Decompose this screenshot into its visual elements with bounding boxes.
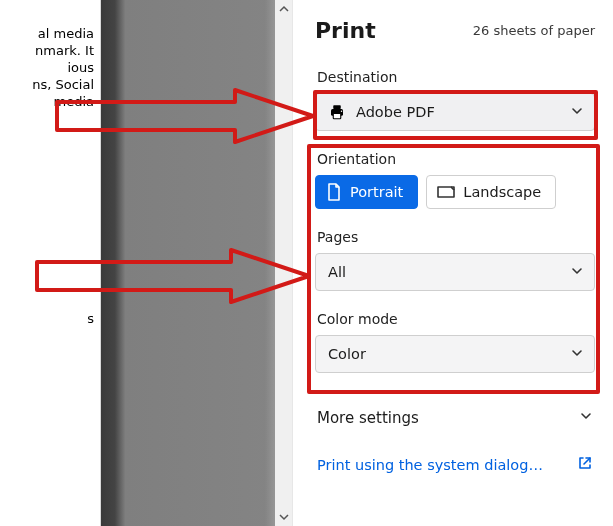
color-mode-label: Color mode: [317, 311, 595, 327]
svg-rect-0: [333, 105, 341, 109]
more-settings-label: More settings: [317, 409, 419, 427]
doc-icon: [326, 183, 342, 201]
destination-value: Adobe PDF: [356, 104, 570, 120]
system-dialog-row[interactable]: Print using the system dialog…: [315, 455, 595, 474]
portrait-label: Portrait: [350, 184, 403, 200]
pages-dropdown[interactable]: All: [315, 253, 595, 291]
color-mode-dropdown[interactable]: Color: [315, 335, 595, 373]
print-preview-strip: [100, 0, 275, 526]
scroll-down-icon[interactable]: [275, 508, 292, 526]
doc-icon: [437, 184, 455, 200]
landscape-label: Landscape: [463, 184, 541, 200]
svg-point-3: [341, 111, 343, 113]
chevron-down-icon: [570, 346, 584, 363]
destination-dropdown[interactable]: Adobe PDF: [315, 93, 595, 131]
chevron-down-icon: [570, 264, 584, 281]
background-document-text: al media nmark. It ious ns, Social media…: [0, 0, 100, 526]
svg-rect-2: [333, 114, 341, 119]
pages-label: Pages: [317, 229, 595, 245]
destination-label: Destination: [317, 69, 595, 85]
sheets-of-paper: 26 sheets of paper: [473, 23, 595, 38]
print-panel: Print 26 sheets of paper Destination Ado…: [292, 0, 613, 526]
chevron-down-icon: [570, 104, 584, 121]
orientation-label: Orientation: [317, 151, 595, 167]
preview-scrollbar[interactable]: [275, 0, 292, 526]
scroll-up-icon[interactable]: [275, 0, 292, 18]
system-dialog-link[interactable]: Print using the system dialog…: [317, 457, 543, 473]
bg-text-seg1: al media nmark. It ious ns, Social media: [6, 25, 94, 110]
pages-value: All: [328, 264, 570, 280]
color-mode-value: Color: [328, 346, 570, 362]
printer-icon: [328, 103, 346, 121]
more-settings-row[interactable]: More settings: [315, 407, 595, 429]
orientation-group: Portrait Landscape: [315, 175, 595, 209]
bg-text-seg2: s: [6, 310, 94, 327]
landscape-button[interactable]: Landscape: [426, 175, 556, 209]
panel-header: Print 26 sheets of paper: [315, 0, 595, 69]
panel-title: Print: [315, 18, 376, 43]
open-external-icon: [577, 455, 593, 474]
portrait-button[interactable]: Portrait: [315, 175, 418, 209]
chevron-down-icon: [579, 409, 593, 427]
